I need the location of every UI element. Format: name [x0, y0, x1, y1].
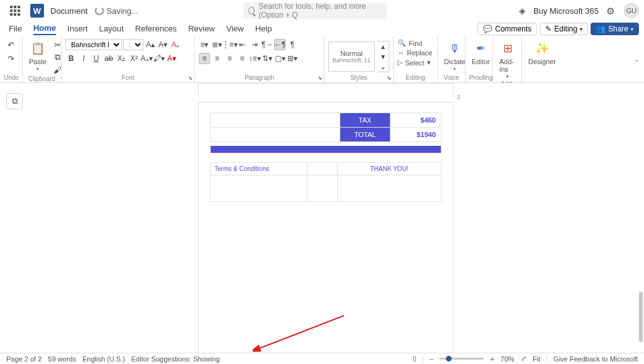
page-count[interactable]: Page 2 of 2: [6, 355, 42, 363]
bullets-icon[interactable]: ≡▾: [199, 39, 210, 50]
editor-button[interactable]: ✒Editor: [469, 39, 492, 67]
zoom-level[interactable]: 70%: [501, 355, 514, 363]
total-header-cell[interactable]: TOTAL: [340, 128, 391, 142]
tab-review[interactable]: Review: [188, 24, 215, 35]
share-button[interactable]: 👥 Share ▾: [591, 23, 639, 35]
zoom-slider[interactable]: [440, 358, 484, 360]
borders-icon[interactable]: ⊞▾: [287, 53, 298, 64]
zoom-out-button[interactable]: −: [430, 355, 433, 363]
designer-button[interactable]: ✨Designer: [526, 39, 558, 67]
word-count[interactable]: 59 words: [48, 355, 76, 363]
zoom-in-button[interactable]: +: [490, 355, 494, 363]
justify-icon[interactable]: ≡: [236, 53, 248, 64]
page-2[interactable]: TAX $460 TOTAL $1940 Terms & Conditions …: [198, 102, 453, 353]
vertical-scrollbar[interactable]: [639, 292, 643, 342]
find-label: Find: [409, 40, 422, 47]
table-cell-blank[interactable]: [308, 175, 338, 202]
tax-value-cell[interactable]: $460: [391, 113, 441, 128]
divider: [423, 355, 423, 363]
italic-icon[interactable]: I: [78, 53, 89, 64]
addins-button[interactable]: ⊞Add-ins▾: [497, 39, 518, 80]
style-up-icon[interactable]: ▴: [377, 41, 389, 52]
style-sub-label: Bahnschrift, 11: [333, 57, 370, 63]
undo-icon[interactable]: ↶: [6, 39, 17, 50]
paragraph-dialog-launcher-icon[interactable]: ⬊: [318, 75, 323, 81]
tax-header-cell[interactable]: TAX: [340, 113, 391, 128]
increase-indent-icon[interactable]: ⇥: [249, 39, 260, 50]
clear-format-icon[interactable]: Aₐ: [170, 39, 181, 50]
replace-button[interactable]: ↔Replace: [397, 49, 432, 57]
bold-icon[interactable]: B: [65, 53, 77, 64]
numbering-icon[interactable]: ≣▾: [211, 39, 223, 50]
table-cell-blank[interactable]: [211, 113, 340, 128]
font-color-icon[interactable]: A▾: [166, 53, 177, 64]
tab-home[interactable]: Home: [33, 23, 56, 35]
addins-icon: ⊞: [499, 40, 516, 57]
comments-button[interactable]: 💬 Comments: [477, 23, 537, 35]
search-icon: [248, 7, 255, 14]
table-cell-blank[interactable]: [308, 163, 338, 175]
table-cell-blank[interactable]: [211, 175, 308, 202]
style-down-icon[interactable]: ▾: [377, 52, 389, 62]
strikethrough-icon[interactable]: ab: [103, 53, 114, 64]
app-launcher-icon[interactable]: [10, 6, 20, 16]
redo-icon[interactable]: ↷: [6, 53, 17, 64]
fit-icon[interactable]: ⤢: [521, 355, 526, 363]
editing-mode-button[interactable]: ✎ Editing ▾: [540, 23, 588, 35]
document-name[interactable]: Document: [50, 6, 87, 16]
table-cell-blank[interactable]: [211, 128, 340, 142]
highlight-icon[interactable]: 🖍▾: [153, 53, 165, 64]
font-size-select[interactable]: 11: [123, 39, 143, 50]
tab-help[interactable]: Help: [255, 24, 272, 35]
superscript-icon[interactable]: X²: [128, 53, 140, 64]
terms-cell[interactable]: Terms & Conditions: [211, 163, 308, 175]
rtl-icon[interactable]: ←¶: [274, 39, 286, 50]
decrease-indent-icon[interactable]: ⇤: [236, 39, 248, 50]
paste-button[interactable]: 📋 Paste ▾: [26, 39, 49, 73]
tab-view[interactable]: View: [226, 24, 244, 35]
shrink-font-icon[interactable]: A▾: [157, 39, 169, 50]
show-marks-icon[interactable]: ¶: [287, 39, 298, 50]
tab-references[interactable]: References: [135, 24, 177, 35]
styles-dialog-launcher-icon[interactable]: ⬊: [387, 75, 392, 81]
ribbon-overflow-button[interactable]: ⌄: [629, 55, 644, 63]
font-dialog-launcher-icon[interactable]: ⬊: [188, 75, 193, 81]
align-center-icon[interactable]: ≡: [211, 53, 223, 64]
buy-microsoft-link[interactable]: Buy Microsoft 365: [533, 6, 599, 16]
search-input[interactable]: Search for tools, help, and more (Option…: [243, 3, 387, 19]
shading-icon[interactable]: ▢▾: [274, 53, 286, 64]
tab-file[interactable]: File: [9, 24, 22, 35]
total-value-cell[interactable]: $1940: [391, 128, 441, 142]
style-normal[interactable]: Normal Bahnschrift, 11: [328, 41, 375, 72]
tab-layout[interactable]: Layout: [99, 24, 124, 35]
font-name-select[interactable]: Bahnschrift Regular: [65, 39, 122, 50]
dictate-button[interactable]: 🎙Dictate▾: [441, 39, 468, 73]
text-effects-icon[interactable]: Aₐ▾: [141, 53, 152, 64]
reading-view-icon[interactable]: ▯: [413, 355, 416, 363]
grow-font-icon[interactable]: A▴: [145, 39, 156, 50]
table-cell-blank[interactable]: [337, 175, 441, 202]
style-more-icon[interactable]: ⌄: [377, 62, 389, 72]
select-icon: ▷: [397, 58, 402, 67]
sort-icon[interactable]: ⇅▾: [262, 53, 273, 64]
multilevel-icon[interactable]: ⋮≡▾: [224, 39, 235, 50]
thankyou-cell[interactable]: THANK YOU!: [337, 163, 441, 175]
align-right-icon[interactable]: ≡: [224, 53, 235, 64]
editor-suggestions-status[interactable]: Editor Suggestions: Showing: [131, 355, 220, 363]
language-status[interactable]: English (U.S.): [82, 355, 125, 363]
user-avatar[interactable]: GU: [624, 3, 639, 18]
find-button[interactable]: 🔍Find: [397, 39, 432, 47]
subscript-icon[interactable]: X₂: [116, 53, 127, 64]
align-left-icon[interactable]: ≡: [199, 53, 210, 64]
ltr-icon[interactable]: ¶→: [262, 39, 273, 50]
zoom-thumb[interactable]: [446, 356, 452, 361]
tab-insert[interactable]: Insert: [67, 24, 88, 35]
fit-button[interactable]: Fit: [533, 355, 540, 363]
underline-icon[interactable]: U: [91, 53, 102, 64]
line-spacing-icon[interactable]: ↕≡▾: [249, 53, 260, 64]
feedback-link[interactable]: Give Feedback to Microsoft: [553, 355, 638, 363]
pages-pane-button[interactable]: ⧉: [6, 93, 23, 109]
select-button[interactable]: ▷Select▾: [397, 58, 432, 67]
divider: [547, 355, 547, 363]
settings-icon[interactable]: ⚙: [606, 6, 616, 16]
